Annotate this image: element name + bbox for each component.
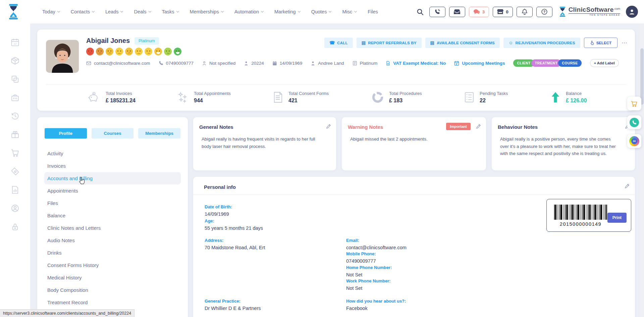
calendar-icon[interactable]: 12: [10, 38, 20, 47]
tab-memberships[interactable]: Memberships: [138, 128, 180, 139]
top-bar: TodayContactsLeadsDealsTasksMembershipsA…: [0, 0, 644, 23]
tier-badge[interactable]: Platinum: [135, 37, 159, 45]
brand-logo[interactable]: ClinicSoftware.com TEN STEPS AHEAD: [558, 6, 620, 17]
tasks-list-icon: [464, 92, 474, 103]
client-id[interactable]: 20224: [244, 61, 264, 66]
mood-emoji-8[interactable]: [154, 48, 162, 55]
nav-item-contacts[interactable]: Contacts: [71, 9, 94, 14]
history-icon[interactable]: [10, 111, 20, 121]
notifications-button[interactable]: [517, 7, 533, 17]
menu-item-audio-notes[interactable]: Audio Notes: [44, 234, 181, 247]
action-button-available-consent-forms[interactable]: ▤AVAILABLE CONSENT FORMS: [425, 38, 500, 48]
help-button[interactable]: ?: [536, 7, 552, 17]
cart-float-button[interactable]: [627, 97, 641, 110]
nav-item-tasks[interactable]: Tasks: [162, 9, 179, 14]
menu-item-invoices[interactable]: Invoices: [44, 160, 181, 172]
personal-info-card: Personal info Date of Birth: 14/09/1969 …: [193, 177, 635, 317]
action-button-report-referrals-by[interactable]: ▤REPORT REFERRALS BY: [357, 38, 422, 48]
mood-emoji-7[interactable]: [145, 48, 152, 55]
barcode-number: 2015000000149: [554, 221, 607, 227]
support-icon[interactable]: [10, 204, 20, 213]
duplicates-icon[interactable]: [10, 74, 20, 84]
icon-sidebar: 12: [0, 23, 30, 317]
client-photo[interactable]: [46, 40, 79, 73]
lock-icon[interactable]: [10, 222, 20, 231]
nav-item-leads[interactable]: Leads: [105, 9, 123, 14]
nav-item-marketing[interactable]: Marketing: [274, 9, 300, 14]
voucher-icon[interactable]: [10, 167, 20, 176]
tab-profile[interactable]: Profile: [45, 128, 87, 139]
general-notes-body: Abigail really is having frequent visits…: [199, 136, 330, 150]
action-buttons: ☎CALL▤REPORT REFERRALS BY▤AVAILABLE CONS…: [324, 38, 580, 48]
phone-icon: [159, 61, 163, 65]
mood-emoji-10[interactable]: [174, 48, 181, 55]
menu-item-activity[interactable]: Activity: [44, 147, 181, 160]
menu-item-medical-history[interactable]: Medical History: [44, 271, 181, 284]
client-actions: ☎CALL▤REPORT REFERRALS BY▤AVAILABLE CONS…: [324, 38, 628, 48]
reports-icon[interactable]: [10, 185, 20, 195]
edit-pencil-icon[interactable]: [625, 183, 630, 189]
brand-text: ClinicSoftware.com TEN STEPS AHEAD: [569, 6, 620, 16]
client-tier-level[interactable]: Platinum: [353, 61, 378, 66]
mood-emoji-1[interactable]: [86, 48, 94, 55]
gift-icon[interactable]: [10, 130, 20, 139]
menu-item-treatment-record[interactable]: Treatment Record: [44, 296, 181, 309]
mood-emoji-4[interactable]: [115, 48, 123, 55]
vat-exempt-link[interactable]: VAT Exempt Medical: No: [386, 61, 446, 66]
cart-icon[interactable]: [10, 148, 20, 158]
action-button-call[interactable]: ☎CALL: [324, 38, 353, 48]
page-scrollbar-track[interactable]: [640, 23, 644, 317]
nav-item-memberships[interactable]: Memberships: [190, 9, 223, 14]
menu-item-balance[interactable]: Balance: [44, 209, 181, 222]
chat-button[interactable]: 3: [469, 7, 489, 17]
menu-item-clinic-notes-and-letters[interactable]: Clinic Notes and Letters: [44, 222, 181, 234]
shop-button[interactable]: 0: [493, 7, 513, 17]
basket-icon[interactable]: [10, 93, 20, 102]
menu-item-body-composition[interactable]: Body Composition: [44, 284, 181, 296]
nav-item-misc[interactable]: Misc: [342, 9, 357, 14]
edit-pencil-icon[interactable]: [326, 124, 331, 129]
upcoming-meetings-link[interactable]: Upcoming Meetings: [454, 61, 505, 66]
menu-item-appointments[interactable]: Appointments: [44, 184, 181, 197]
mood-emoji-6[interactable]: [135, 48, 143, 55]
products-box-icon[interactable]: [10, 56, 20, 65]
menu-item-consent-forms-history[interactable]: Consent Forms History: [44, 259, 181, 271]
nav-item-quotes[interactable]: Quotes: [311, 9, 331, 14]
field-home-phone: Home Phone Number: Not Set: [346, 265, 392, 277]
mood-emoji-3[interactable]: [106, 48, 113, 55]
inbox-button[interactable]: [449, 7, 465, 17]
menu-item-files[interactable]: Files: [44, 197, 181, 209]
client-gender[interactable]: Not specified: [202, 61, 235, 66]
mood-emoji-2[interactable]: [96, 48, 104, 55]
label-pill-course[interactable]: COURSE: [558, 59, 581, 67]
search-icon[interactable]: [417, 8, 424, 15]
mood-emoji-5[interactable]: [125, 48, 133, 55]
print-barcode-button[interactable]: Print: [607, 213, 627, 223]
page-scrollbar-thumb[interactable]: [640, 48, 644, 105]
client-owner[interactable]: Andree Land: [311, 61, 344, 66]
client-email[interactable]: contact@clinicsoftware.com: [86, 61, 150, 66]
add-label-button[interactable]: + Add Label: [590, 59, 619, 67]
nav-item-deals[interactable]: Deals: [134, 9, 151, 14]
app-logo[interactable]: [5, 2, 21, 21]
tab-courses[interactable]: Courses: [92, 128, 134, 139]
phone-float-button[interactable]: [627, 115, 641, 129]
select-button[interactable]: SELECT: [584, 38, 618, 48]
ai-float-button[interactable]: AI: [627, 134, 641, 148]
client-phone[interactable]: 07490009777: [159, 61, 194, 66]
menu-item-accounts-and-billing[interactable]: Accounts and Billing: [44, 172, 181, 184]
field-age: Age: 55 years 5 months 21 days: [205, 218, 263, 231]
action-button-rejuvenation-procedures[interactable]: ☺REJUVENATION PROCEDURES: [503, 38, 580, 48]
client-dob[interactable]: 14/09/1969: [272, 61, 303, 66]
more-options-button[interactable]: ···: [622, 40, 628, 46]
hourglass-logo-icon: [558, 6, 567, 17]
nav-item-automation[interactable]: Automation: [234, 9, 263, 14]
menu-item-drinks[interactable]: Drinks: [44, 247, 181, 259]
mood-emoji-9[interactable]: [164, 48, 172, 55]
label-pill-treatment[interactable]: TREATMENT: [531, 59, 561, 67]
dialer-button[interactable]: [429, 7, 445, 17]
user-menu-avatar[interactable]: [626, 6, 638, 18]
edit-pencil-icon[interactable]: [476, 124, 481, 129]
nav-item-files[interactable]: Files: [368, 9, 378, 14]
nav-item-today[interactable]: Today: [42, 9, 60, 14]
